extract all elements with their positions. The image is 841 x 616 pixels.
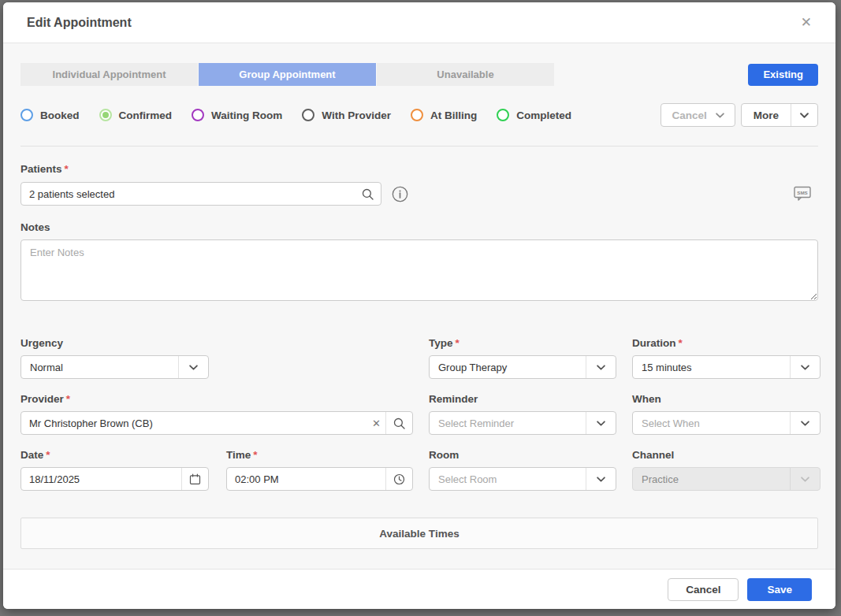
duration-value: 15 minutes — [633, 362, 790, 373]
date-input-box — [20, 467, 209, 491]
clear-icon[interactable]: ✕ — [366, 417, 385, 429]
room-select[interactable]: Select Room — [429, 467, 616, 491]
separator — [20, 146, 818, 147]
channel-label: Channel — [632, 449, 821, 461]
provider-field: Provider* ✕ — [20, 393, 413, 435]
patients-input[interactable] — [21, 188, 355, 200]
tab-unavailable[interactable]: Unavailable — [377, 63, 554, 86]
chevron-down-icon[interactable] — [791, 104, 817, 126]
time-input-box — [226, 467, 413, 491]
close-icon[interactable]: ✕ — [801, 16, 812, 29]
radio-selected-icon — [99, 109, 112, 121]
status-radio-booked[interactable]: Booked — [20, 109, 80, 121]
save-button[interactable]: Save — [747, 578, 812, 601]
notes-textarea[interactable] — [20, 239, 818, 301]
reminder-select[interactable]: Select Reminder — [429, 411, 616, 435]
when-field: When Select When — [632, 393, 821, 435]
provider-label: Provider* — [20, 393, 413, 405]
time-input[interactable] — [227, 473, 385, 485]
urgency-label: Urgency — [20, 337, 413, 349]
required-asterisk: * — [253, 449, 257, 461]
sms-icon[interactable]: SMS — [794, 186, 812, 202]
status-label: Waiting Room — [211, 109, 282, 121]
available-times-bar[interactable]: Available Times — [20, 518, 818, 549]
chevron-down-icon — [586, 356, 616, 378]
channel-value: Practice — [633, 473, 790, 485]
chevron-down-icon — [586, 412, 616, 434]
modal-body: Individual Appointment Group Appointment… — [3, 43, 835, 569]
type-field: Type* Group Therapy — [429, 337, 616, 379]
required-asterisk: * — [679, 337, 683, 349]
reminder-label: Reminder — [429, 393, 616, 405]
radio-icon — [411, 109, 423, 121]
existing-button[interactable]: Existing — [748, 64, 818, 86]
radio-dot — [102, 112, 109, 118]
search-icon[interactable] — [386, 417, 412, 429]
required-asterisk: * — [66, 393, 70, 405]
room-field: Room Select Room — [429, 449, 616, 491]
status-radio-with-provider[interactable]: With Provider — [302, 109, 391, 121]
tab-individual-appointment[interactable]: Individual Appointment — [20, 63, 198, 86]
reminder-field: Reminder Select Reminder — [429, 393, 616, 435]
type-label: Type* — [429, 337, 616, 349]
patients-row: SMS — [20, 182, 818, 206]
modal-title: Edit Appointment — [27, 16, 132, 30]
cancel-appointment-label: Cancel — [672, 109, 706, 121]
status-label: Completed — [516, 109, 571, 121]
tab-group-appointment[interactable]: Group Appointment — [199, 63, 376, 86]
form-row-2: Provider* ✕ Reminder Select Reminder — [20, 393, 818, 435]
calendar-icon[interactable] — [182, 473, 208, 485]
required-asterisk: * — [456, 337, 460, 349]
channel-select-disabled: Practice — [632, 467, 821, 491]
appointment-type-tabs: Individual Appointment Group Appointment… — [20, 63, 554, 86]
time-label: Time* — [226, 449, 413, 461]
info-icon[interactable] — [392, 186, 408, 202]
radio-icon — [20, 109, 33, 121]
time-field: Time* — [226, 449, 413, 491]
chevron-down-icon — [790, 468, 820, 490]
edit-appointment-modal: Edit Appointment ✕ Individual Appointmen… — [3, 2, 835, 609]
provider-input[interactable] — [21, 417, 366, 429]
status-radio-confirmed[interactable]: Confirmed — [99, 109, 173, 121]
type-select[interactable]: Group Therapy — [429, 355, 616, 379]
status-radio-at-billing[interactable]: At Billing — [411, 109, 477, 121]
status-radio-waiting-room[interactable]: Waiting Room — [192, 109, 282, 121]
reminder-placeholder: Select Reminder — [430, 417, 586, 429]
clock-icon[interactable] — [386, 473, 412, 485]
when-label: When — [632, 393, 821, 405]
date-input[interactable] — [21, 473, 181, 485]
required-asterisk: * — [65, 163, 69, 175]
modal-footer: Cancel Save — [3, 569, 835, 609]
room-placeholder: Select Room — [430, 473, 586, 485]
status-radio-completed[interactable]: Completed — [497, 109, 571, 121]
cancel-button[interactable]: Cancel — [668, 578, 739, 601]
chevron-down-icon — [178, 356, 208, 378]
tabs-row: Individual Appointment Group Appointment… — [20, 63, 818, 86]
notes-field: Notes — [20, 221, 818, 304]
patients-label: Patients* — [20, 163, 818, 175]
more-split-button: More — [741, 103, 818, 127]
date-time-cell: Date* Time* — [20, 449, 413, 491]
when-select[interactable]: Select When — [632, 411, 821, 435]
cancel-appointment-dropdown[interactable]: Cancel — [661, 103, 735, 127]
radio-icon — [192, 109, 204, 121]
status-label: With Provider — [322, 109, 391, 121]
status-label: Confirmed — [119, 109, 173, 121]
date-label: Date* — [20, 449, 209, 461]
channel-field: Channel Practice — [632, 449, 821, 491]
svg-text:SMS: SMS — [797, 190, 807, 195]
provider-input-box: ✕ — [20, 411, 413, 435]
urgency-value: Normal — [21, 362, 178, 373]
form-row-1: Urgency Normal Type* Group Therapy — [20, 337, 818, 379]
duration-select[interactable]: 15 minutes — [632, 355, 821, 379]
date-field: Date* — [20, 449, 209, 491]
room-label: Room — [429, 449, 616, 461]
chevron-down-icon — [716, 113, 724, 118]
type-value: Group Therapy — [430, 362, 586, 373]
chevron-down-icon — [586, 468, 616, 490]
search-icon[interactable] — [355, 188, 381, 200]
required-asterisk: * — [46, 449, 50, 461]
urgency-select[interactable]: Normal — [20, 355, 209, 379]
modal-header: Edit Appointment ✕ — [3, 2, 835, 43]
more-button[interactable]: More — [742, 109, 791, 121]
